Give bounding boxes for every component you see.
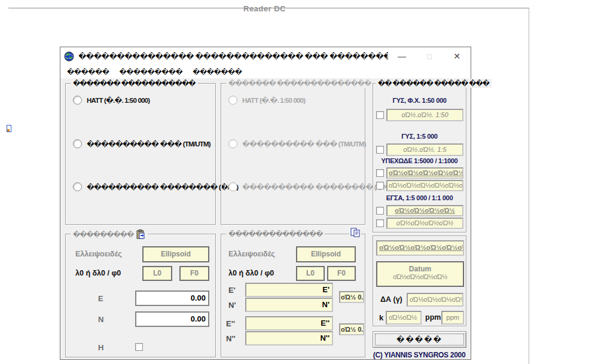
output-ellipsoid-label: Ελλειψοειδές <box>228 250 275 258</box>
gys-50000-checkbox[interactable] <box>376 111 384 119</box>
output-l0f0-label: λ0 ή δλ0 / φ0 <box>228 269 274 277</box>
menu-item-1[interactable]: ������ <box>67 68 109 76</box>
to-option-hatt: HATT (�.�. 1:50 000) <box>228 96 305 105</box>
e-input[interactable]: 0.00 <box>135 290 209 306</box>
h-checkbox[interactable] <box>135 343 143 351</box>
transform-button[interactable]: ����� <box>373 331 466 348</box>
ypechode-field-2[interactable]: οΏ½οΏ½οΏ½οΏ½οΏ½οΏ½ <box>386 180 463 191</box>
from-option-hatt[interactable]: HATT (�.�. 1:50 000) <box>73 96 150 105</box>
delta1-field[interactable]: οΏ½ 0.00 <box>339 291 364 303</box>
gys-50000-field[interactable]: οΏ½.οΏ½. 1:50 <box>386 109 463 121</box>
title-bar[interactable]: ��������������� �������������� ��� �����… <box>60 47 471 65</box>
da-gamma-field[interactable]: οΏ½οΏ½οΏ½οΏ½οΏ½ <box>407 293 463 307</box>
gys-5000-label: ΓΥΣ, 1:5 000 <box>373 133 466 140</box>
datum-groupbox: οΏ½οΏ½οΏ½οΏ½οΏ½οΏ½ Datum οΏ½οΏ½οΏ½οΏ½ ΔΑ… <box>373 235 466 326</box>
input-ellipsoid-button[interactable]: Ellipsoid <box>142 246 209 262</box>
map-series-groupbox: �� ������ ����� ��� ΓΥΣ, Φ.Χ. 1:50 000 ο… <box>373 83 466 233</box>
e1-field[interactable]: E' <box>245 283 333 297</box>
e-label: E <box>98 294 103 303</box>
taskbar-fragment-icon <box>7 125 11 132</box>
to-crs-group-title: ������� �������������� <box>226 79 373 88</box>
output-coords-groupbox: �������������� Ελλειψοειδές Ellipsoid λ0… <box>221 234 365 357</box>
gys-5000-row: οΏ½.οΏ½. 1:5 <box>376 143 463 156</box>
egsa-row-2: οΏ½οΏ½οΏ½οΏ½ <box>376 218 463 229</box>
paste-icon[interactable] <box>136 230 145 239</box>
egsa-field-2[interactable]: οΏ½οΏ½οΏ½οΏ½ <box>386 218 463 229</box>
gys-5000-checkbox[interactable] <box>376 146 384 154</box>
ypechode-row-2: οΏ½οΏ½οΏ½οΏ½οΏ½οΏ½ <box>376 180 463 191</box>
from-crs-group-title: ������� ����������� <box>71 79 198 88</box>
ppm-field[interactable]: ppm <box>441 311 464 325</box>
k-label: k <box>379 313 383 322</box>
egsa-checkbox-2[interactable] <box>376 219 384 227</box>
delta2-field[interactable]: οΏ½ 0.00 <box>339 323 364 335</box>
ypechode-checkbox-1[interactable] <box>376 169 384 177</box>
egsa-field-1[interactable]: οΏ½οΏ½οΏ½οΏ½ <box>386 205 463 216</box>
output-ellipsoid-button[interactable]: Ellipsoid <box>296 246 356 262</box>
radio-icon <box>228 96 237 105</box>
radio-icon <box>73 139 82 148</box>
e1-label: E' <box>228 286 236 295</box>
n1-field[interactable]: N' <box>245 298 333 312</box>
background-window-title: Reader DC <box>243 4 286 13</box>
radio-icon <box>73 182 82 191</box>
input-ellipsoid-label: Ελλειψοειδές <box>75 250 122 258</box>
ppm-label: ppm <box>425 313 441 322</box>
app-window: ��������������� �������������� ��� �����… <box>60 47 471 360</box>
map-series-group-title: �� ������ ����� ��� <box>376 79 492 88</box>
n1-label: N' <box>228 301 236 310</box>
e2-label: E'' <box>226 319 235 328</box>
ypechode-row-1: οΏ½οΏ½οΏ½οΏ½οΏ½οΏ½ <box>376 167 463 179</box>
close-icon[interactable]: ✕ <box>443 51 471 61</box>
n2-label: N'' <box>226 334 236 343</box>
input-coords-group-title: ��������� <box>71 230 148 239</box>
menu-item-3[interactable]: ������� <box>193 68 242 76</box>
menu-item-2[interactable]: ��������� <box>119 68 182 76</box>
egsa-checkbox-1[interactable] <box>376 207 384 215</box>
radio-icon <box>228 182 237 191</box>
gys-50000-label: ΓΥΣ, Φ.Χ. 1:50 000 <box>373 97 466 104</box>
output-coords-group-title: �������������� <box>226 230 325 238</box>
maximize-icon: □ <box>416 52 443 61</box>
gys-50000-row: οΏ½.οΏ½. 1:50 <box>376 109 463 121</box>
globe-icon <box>64 51 74 62</box>
to-crs-groupbox: ������� �������������� HATT (�.�. 1:50 0… <box>221 83 365 225</box>
minimize-icon[interactable]: — <box>388 51 416 61</box>
dialog-content: ������� ����������� HATT (�.�. 1:50 000)… <box>60 78 471 359</box>
window-title: ��������������� �������������� ��� �����… <box>78 52 388 60</box>
egsa-row-1: οΏ½οΏ½οΏ½οΏ½ <box>376 205 463 216</box>
radio-icon <box>228 139 237 148</box>
e2-field[interactable]: E'' <box>245 316 333 331</box>
input-coords-groupbox: ��������� Ελλειψοειδές Ellipsoid λ0 ή δλ… <box>65 234 216 357</box>
input-l0-button[interactable]: L0 <box>142 266 172 281</box>
ypechode-field-1[interactable]: οΏ½οΏ½οΏ½οΏ½οΏ½οΏ½ <box>386 167 463 179</box>
k-field[interactable]: οΏ½οΏ½ <box>386 311 422 325</box>
n2-field[interactable]: N'' <box>245 331 333 345</box>
datum-button[interactable]: Datum οΏ½οΏ½οΏ½οΏ½ <box>376 261 464 287</box>
from-option-geographic[interactable]: ���������� �������� (�/�) <box>73 182 238 191</box>
ypechode-checkbox-2[interactable] <box>376 182 384 189</box>
gys-5000-field[interactable]: οΏ½.οΏ½. 1:5 <box>386 143 463 156</box>
da-gamma-label: ΔΑ (γ) <box>380 295 402 304</box>
copyright-text: (C) YIANNIS SYNGROS 2000 <box>367 351 472 359</box>
input-f0-button[interactable]: F0 <box>179 266 209 281</box>
copy-icon[interactable] <box>349 228 361 240</box>
from-option-tm-utm[interactable]: ���������� ��� (TM/UTM) <box>73 139 210 148</box>
to-option-geographic: ���������� �������� (�/�) <box>228 182 393 191</box>
menu-bar: ������ ��������� ������� <box>60 65 471 78</box>
ypechode-label: ΥΠΕΧΩΔΕ 1:5000 / 1:1000 <box>373 157 466 164</box>
h-label: H <box>98 343 103 352</box>
n-label: N <box>98 315 103 324</box>
to-option-tm-utm: ���������� ��� (TM/UTM) <box>228 139 366 148</box>
from-crs-groupbox: ������� ����������� HATT (�.�. 1:50 000)… <box>65 83 216 225</box>
n-input[interactable]: 0.00 <box>135 311 209 327</box>
egsa-label: ΕΓΣΑ, 1:5 000 / 1:1 000 <box>373 194 466 201</box>
output-f0-button[interactable]: F0 <box>327 266 356 281</box>
datum-top-field[interactable]: οΏ½οΏ½οΏ½οΏ½οΏ½οΏ½ <box>376 240 464 256</box>
output-l0-button[interactable]: L0 <box>296 266 325 281</box>
input-l0f0-label: λ0 ή δλ0 / φ0 <box>75 269 121 277</box>
radio-icon <box>73 96 82 105</box>
